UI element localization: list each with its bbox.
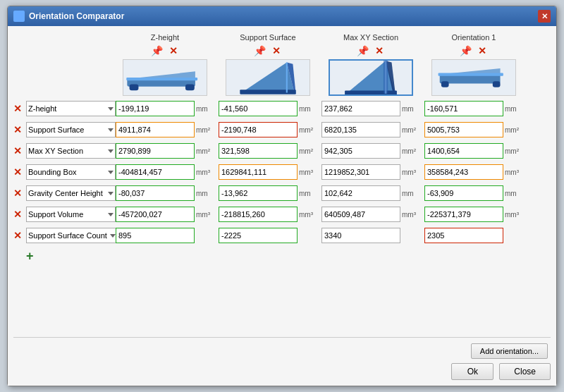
label-select-support-volume[interactable]: Support Volume [26,207,116,222]
cell-unit-support-surface-col-2: mm² [299,147,317,155]
cell-value-support-surface-col-0: -41,560 [219,101,298,116]
cell-row-max-xy-section-col-5: 640509,487mm³ [321,204,420,224]
close-button[interactable]: Close [499,363,551,380]
label-select-support-surface-count[interactable]: Support Surface Count [26,228,118,243]
cell-unit-support-surface-col-5: mm³ [299,211,317,219]
cell-row-z-height-col-2: 2790,899mm² [116,141,214,161]
cell-unit-z-height-col-2: mm² [196,147,214,155]
cell-value-z-height-col-1: 4911,874 [116,122,195,137]
cell-unit-orientation-1-col-2: mm² [505,147,523,155]
label-select-z-height[interactable]: Z-height [26,101,116,116]
cell-unit-support-surface-col-3: mm³ [299,169,317,176]
cell-row-support-surface-col-1: -2190,748mm² [219,120,317,140]
cell-row-z-height-col-5: -457200,027mm³ [116,204,214,224]
footer-top: Add orientation... [13,343,551,359]
row-delete-support-surface[interactable]: ✕ [13,124,23,135]
cell-row-support-surface-col-4: -13,962mm [219,183,317,203]
col-pin-z-height-col[interactable]: 📌 [150,44,163,57]
add-orientation-button[interactable]: Add orientation... [471,343,548,359]
cell-value-z-height-col-0: -199,119 [116,101,195,116]
label-select-support-surface[interactable]: Support Surface [26,122,116,137]
cell-unit-max-xy-section-col-1: mm² [402,126,420,134]
footer: Add orientation... Ok Close [13,337,551,380]
cell-unit-z-height-col-5: mm³ [196,211,214,219]
cell-unit-orientation-1-col-5: mm³ [505,211,523,219]
label-row-bounding-box: ✕ Bounding Box [13,162,116,182]
cell-row-support-surface-col-3: 1629841,111mm³ [219,162,317,182]
cell-unit-max-xy-section-col-5: mm³ [402,211,420,219]
cell-unit-max-xy-section-col-0: mm [402,105,420,113]
label-select-bounding-box[interactable]: Bounding Box [26,164,116,180]
svg-rect-4 [126,78,197,80]
col-pin-orientation-1-col[interactable]: 📌 [459,44,472,57]
row-delete-max-xy-section[interactable]: ✕ [13,145,23,157]
col-cells-support-surface-col: -41,560mm-2190,748mm²321,598mm²1629841,1… [219,99,317,245]
main-window: Orientation Comparator ✕ ✕ Z-height ✕ Su… [7,6,557,386]
col-delete-z-height-col[interactable]: ✕ [167,44,180,57]
cell-unit-z-height-col-3: mm³ [196,169,214,176]
ok-button[interactable]: Ok [451,363,494,380]
col-controls-max-xy-section-col: 📌 ✕ [356,44,386,57]
cell-row-z-height-col-0: -199,119mm [116,99,214,118]
cell-value-z-height-col-2: 2790,899 [116,143,195,159]
cell-unit-orientation-1-col-1: mm² [505,126,523,134]
label-row-max-xy-section: ✕ Max XY Section [13,141,116,161]
label-row-support-surface-count: ✕ Support Surface Count [13,226,116,245]
col-image-orientation-1-col[interactable] [431,59,516,96]
col-cells-orientation-1-col: -160,571mm5005,753mm²1400,654mm²358584,2… [424,99,523,245]
cell-value-orientation-1-col-4: -63,909 [424,185,503,201]
cell-unit-max-xy-section-col-3: mm³ [402,169,420,176]
svg-rect-13 [384,60,388,94]
col-pin-support-surface-col[interactable]: 📌 [253,44,266,57]
col-delete-orientation-1-col[interactable]: ✕ [476,44,489,57]
col-controls-z-height-col: 📌 ✕ [150,44,180,57]
col-title-max-xy-section-col: Max XY Section [343,32,398,43]
cell-value-max-xy-section-col-5: 640509,487 [321,207,400,222]
cell-unit-z-height-col-0: mm [196,105,214,113]
cell-value-support-surface-col-2: 321,598 [219,143,298,159]
row-delete-bounding-box[interactable]: ✕ [13,166,23,178]
row-delete-support-surface-count[interactable]: ✕ [13,230,23,241]
col-image-max-xy-section-col[interactable] [329,59,413,96]
row-delete-z-height[interactable]: ✕ [13,103,23,114]
cell-row-orientation-1-col-6: 2305 [424,226,523,245]
label-select-max-xy-section[interactable]: Max XY Section [26,143,116,159]
cell-value-orientation-1-col-2: 1400,654 [424,143,503,159]
cell-row-max-xy-section-col-4: 102,642mm [321,183,420,203]
col-cells-z-height-col: -199,119mm4911,874mm²2790,899mm²-404814,… [116,99,214,245]
label-row-gravity-center-height: ✕ Gravity Center Height [13,183,116,203]
label-select-gravity-center-height[interactable]: Gravity Center Height [26,185,116,201]
cell-row-z-height-col-3: -404814,457mm³ [116,162,214,182]
col-delete-support-surface-col[interactable]: ✕ [270,44,283,57]
col-controls-support-surface-col: 📌 ✕ [253,44,283,57]
cell-row-support-surface-col-6: -2225 [219,226,317,245]
title-close-button[interactable]: ✕ [538,10,551,23]
cell-value-orientation-1-col-5: -225371,379 [424,207,503,222]
svg-rect-11 [345,91,397,95]
svg-rect-17 [493,81,501,87]
cell-row-max-xy-section-col-1: 6820,135mm² [321,120,420,140]
add-metric-button[interactable]: + [26,250,34,262]
cell-value-max-xy-section-col-0: 237,862 [321,101,400,116]
window-title: Orientation Comparator [29,11,124,21]
window-body: ✕ Z-height ✕ Support Surface ✕ Max XY Se… [8,26,556,386]
row-delete-support-volume[interactable]: ✕ [13,209,23,220]
col-delete-max-xy-section-col[interactable]: ✕ [373,44,386,57]
label-row-support-surface: ✕ Support Surface [13,120,116,140]
col-image-z-height-col[interactable] [123,59,207,96]
svg-rect-16 [441,81,449,87]
data-column-z-height-col: Z-height 📌 ✕ -199,119mm4911,874mm²2790,8… [116,32,214,334]
col-image-support-surface-col[interactable] [226,59,310,96]
label-row-support-volume: ✕ Support Volume [13,204,116,224]
cell-value-orientation-1-col-6: 2305 [424,228,503,243]
cell-value-max-xy-section-col-4: 102,642 [321,185,400,201]
row-delete-gravity-center-height[interactable]: ✕ [13,188,23,199]
cell-unit-orientation-1-col-0: mm [505,105,523,113]
col-header-z-height-col: Z-height 📌 ✕ [116,32,214,99]
cell-value-max-xy-section-col-2: 942,305 [321,143,400,159]
col-pin-max-xy-section-col[interactable]: 📌 [356,44,369,57]
cell-value-support-surface-col-3: 1629841,111 [219,164,298,180]
col-title-support-surface-col: Support Surface [240,32,296,43]
cell-value-support-surface-col-6: -2225 [219,228,298,243]
main-content: ✕ Z-height ✕ Support Surface ✕ Max XY Se… [13,32,551,334]
